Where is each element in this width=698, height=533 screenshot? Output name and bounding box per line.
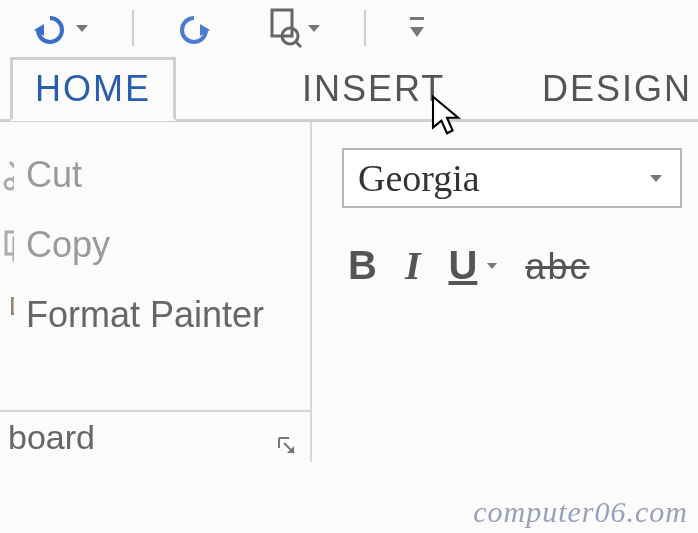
clipboard-group-footer: board	[0, 410, 310, 462]
scissors-icon	[2, 158, 14, 192]
strikethrough-button[interactable]: abc	[525, 246, 589, 288]
tab-design[interactable]: DESIGN	[520, 60, 698, 118]
copy-label: Copy	[26, 224, 110, 266]
font-name-select[interactable]: Georgia	[342, 148, 682, 208]
underline-button[interactable]: U	[448, 243, 477, 288]
undo-button[interactable]	[30, 12, 88, 44]
redo-button[interactable]	[178, 12, 214, 44]
font-style-buttons: B I U abc	[342, 242, 682, 289]
preview-dropdown-icon[interactable]	[308, 25, 320, 32]
ribbon-tabs: HOME INSERT DESIGN	[0, 54, 698, 122]
tab-insert[interactable]: INSERT	[280, 60, 467, 118]
font-name-dropdown-icon[interactable]	[642, 175, 670, 182]
paintbrush-icon	[2, 296, 14, 334]
print-preview-button[interactable]	[266, 8, 320, 48]
svg-line-4	[296, 42, 301, 47]
svg-marker-6	[410, 27, 424, 37]
tab-home[interactable]: HOME	[10, 57, 176, 121]
cut-label: Cut	[26, 154, 82, 196]
group-clipboard: Cut Copy	[0, 122, 312, 462]
group-font: Georgia B I U abc	[312, 122, 698, 462]
quick-access-toolbar	[0, 0, 698, 54]
qat-divider	[132, 10, 134, 46]
clipboard-group-label: board	[8, 418, 95, 457]
copy-icon	[2, 228, 14, 262]
font-name-value: Georgia	[358, 156, 480, 200]
cut-button[interactable]: Cut	[0, 140, 310, 210]
copy-button[interactable]: Copy	[0, 210, 310, 280]
svg-rect-5	[410, 17, 424, 20]
customize-qat-button[interactable]	[410, 17, 424, 39]
svg-rect-13	[12, 298, 14, 314]
watermark-text: computer06.com	[473, 495, 688, 529]
qat-divider-2	[364, 10, 366, 46]
format-painter-label: Format Painter	[26, 294, 264, 336]
bold-button[interactable]: B	[348, 243, 377, 288]
ribbon-content: Cut Copy	[0, 122, 698, 462]
underline-dropdown-icon[interactable]	[487, 263, 497, 269]
clipboard-dialog-launcher[interactable]	[276, 426, 298, 448]
format-painter-button[interactable]: Format Painter	[0, 280, 310, 350]
undo-dropdown-icon[interactable]	[76, 25, 88, 32]
italic-button[interactable]: I	[405, 242, 421, 289]
